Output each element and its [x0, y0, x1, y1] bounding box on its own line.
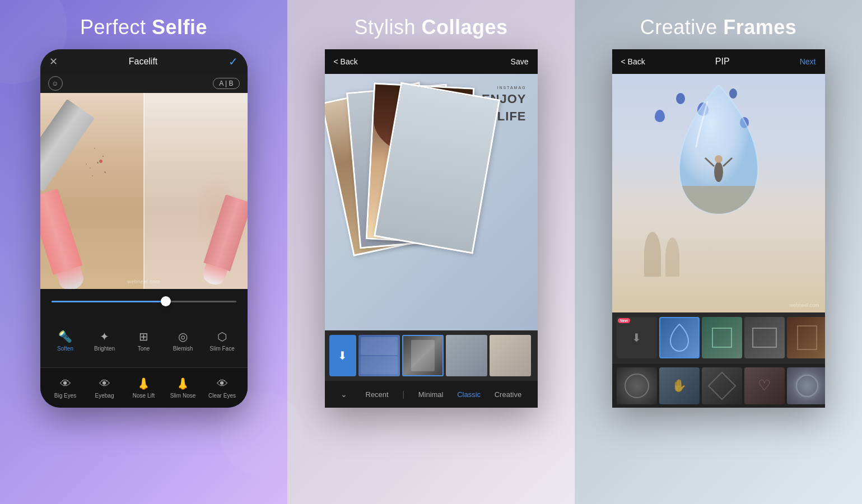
panel-selfie: Perfect Selfie ✕ Facelift ✓ ☺ A | B: [0, 0, 287, 504]
big-eyes-label: Big Eyes: [54, 393, 76, 399]
nose-lift-icon: 👃: [137, 377, 151, 390]
stacked-photos: [336, 85, 482, 276]
collages-topbar: < Back Save: [325, 49, 538, 74]
phone-title: Facelift: [129, 57, 158, 67]
svg-point-1: [714, 162, 723, 182]
strip-thumb-2[interactable]: [402, 335, 444, 376]
frame-drop-thumb[interactable]: [659, 317, 700, 358]
instamag-text: INSTAMAG: [482, 85, 526, 91]
tab-classic[interactable]: Classic: [457, 390, 481, 399]
panel-selfie-title: Perfect Selfie: [80, 16, 207, 39]
frames-title-regular: Creative: [640, 16, 724, 39]
tool-tone[interactable]: ⊞ Tone: [128, 330, 160, 352]
tab-divider-1: |: [402, 390, 404, 399]
tab-recent[interactable]: Recent: [366, 390, 389, 399]
tab-minimal[interactable]: Minimal: [418, 390, 444, 399]
frame-rect-thumb[interactable]: [744, 317, 785, 358]
nose-lift-label: Nose Lift: [133, 393, 155, 399]
blemish-icon: ◎: [178, 330, 188, 343]
tool-slim-face[interactable]: ⬡ Slim Face: [207, 330, 238, 352]
brighten-icon: ✦: [100, 330, 109, 343]
strip-thumb-4[interactable]: [490, 335, 531, 376]
tab-creative[interactable]: Creative: [495, 390, 521, 399]
panel-frames-title: Creative Frames: [640, 16, 797, 39]
frames-strip-2: ✋ ♡ ✿: [612, 363, 825, 408]
collages-title-regular: Stylish: [354, 16, 421, 39]
face-icon: ☺: [48, 76, 63, 91]
tool-eyebag[interactable]: 👁 Eyebag: [89, 377, 120, 399]
frame-circle-thumb[interactable]: [617, 367, 657, 404]
frames-back-button[interactable]: < Back: [621, 57, 645, 66]
tools-row1: 🔦 Soften ✦ Brighten ⊞ Tone ◎ Blemish ⬡ S…: [40, 314, 248, 367]
phone-collages: < Back Save INSTAMAG ENJOY LIFE: [325, 49, 538, 408]
frame-cube-thumb[interactable]: [702, 317, 742, 358]
frame-heart-thumb[interactable]: ♡: [744, 367, 785, 404]
new-badge: New: [618, 318, 630, 323]
tool-nose-lift[interactable]: 👃 Nose Lift: [128, 377, 160, 399]
clear-eyes-label: Clear Eyes: [208, 393, 236, 399]
clear-eyes-icon: 👁: [217, 377, 228, 390]
ab-toggle[interactable]: A | B: [213, 78, 239, 89]
tool-big-eyes[interactable]: 👁 Big Eyes: [50, 377, 81, 399]
tone-label: Tone: [138, 346, 150, 352]
panel-collages-title: Stylish Collages: [354, 16, 507, 39]
title-bold: Selfie: [152, 16, 207, 39]
frames-title-bold: Frames: [723, 16, 796, 39]
phone-topbar: ✕ Facelift ✓: [40, 49, 248, 74]
tool-soften[interactable]: 🔦 Soften: [50, 330, 81, 352]
frames-watermark: webneel.com: [789, 302, 819, 308]
frame-bubble-thumb[interactable]: [787, 367, 825, 404]
tool-slim-nose[interactable]: 👃 Slim Nose: [167, 377, 199, 399]
collage-photo-area: INSTAMAG ENJOY LIFE: [325, 74, 538, 330]
slim-face-icon: ⬡: [217, 330, 227, 343]
frames-download-button[interactable]: ⬇ New: [617, 317, 657, 358]
download-icon: ⬇: [632, 331, 641, 344]
back-button[interactable]: < Back: [334, 57, 358, 66]
check-button[interactable]: ✓: [229, 55, 238, 68]
strip-thumb-3[interactable]: [446, 335, 487, 376]
tool-clear-eyes[interactable]: 👁 Clear Eyes: [207, 377, 238, 399]
frames-strip-1: ⬇ New: [612, 312, 825, 363]
slider-thumb[interactable]: [161, 296, 171, 306]
expand-icon[interactable]: ⌄: [341, 390, 352, 399]
soften-icon: 🔦: [58, 330, 72, 343]
blemish-label: Blemish: [173, 346, 193, 352]
frames-next-button[interactable]: Next: [800, 57, 816, 66]
save-button[interactable]: Save: [511, 57, 529, 66]
slider-track[interactable]: [52, 301, 236, 302]
frames-pip-title: PIP: [715, 57, 730, 67]
frame-rect2-thumb[interactable]: [787, 317, 825, 358]
phone-frames: < Back PIP Next: [612, 49, 825, 408]
drop-frame: [663, 80, 775, 225]
big-eyes-icon: 👁: [60, 377, 71, 390]
watermark: webneel.com: [127, 279, 160, 284]
tool-blemish[interactable]: ◎ Blemish: [167, 330, 199, 352]
photo-area: webneel.com: [40, 93, 248, 289]
slim-face-label: Slim Face: [209, 346, 234, 352]
panel-frames: Creative Frames < Back PIP Next: [575, 0, 862, 504]
close-button[interactable]: ✕: [49, 55, 58, 68]
tool-brighten[interactable]: ✦ Brighten: [89, 330, 120, 352]
slim-nose-label: Slim Nose: [170, 393, 196, 399]
strip-thumb-1[interactable]: [358, 335, 400, 376]
face-divider: [143, 93, 145, 289]
eyebag-icon: 👁: [99, 377, 110, 390]
collage-tabs: ⌄ Recent | Minimal Classic Creative: [325, 381, 538, 408]
panel-collages: Stylish Collages < Back Save INSTAMAG EN…: [287, 0, 575, 504]
ab-bar: ☺ A | B: [40, 74, 248, 93]
frames-photo-area: webneel.com: [612, 74, 825, 312]
collages-title-bold: Collages: [422, 16, 508, 39]
brighten-label: Brighten: [94, 346, 115, 352]
frame-diamond-thumb[interactable]: [702, 367, 742, 404]
slider-bar: [40, 289, 248, 314]
download-button[interactable]: ⬇: [329, 335, 356, 376]
phone-selfie: ✕ Facelift ✓ ☺ A | B: [40, 49, 248, 408]
slim-nose-icon: 👃: [176, 377, 190, 390]
tone-icon: ⊞: [139, 330, 148, 343]
tools-row2: 👁 Big Eyes 👁 Eyebag 👃 Nose Lift 👃 Slim N…: [40, 367, 248, 408]
collage-strip: ⬇: [325, 330, 538, 381]
frames-topbar: < Back PIP Next: [612, 49, 825, 74]
slider-fill: [52, 301, 166, 302]
frame-hand-thumb[interactable]: ✋: [659, 367, 700, 404]
title-regular: Perfect: [80, 16, 152, 39]
